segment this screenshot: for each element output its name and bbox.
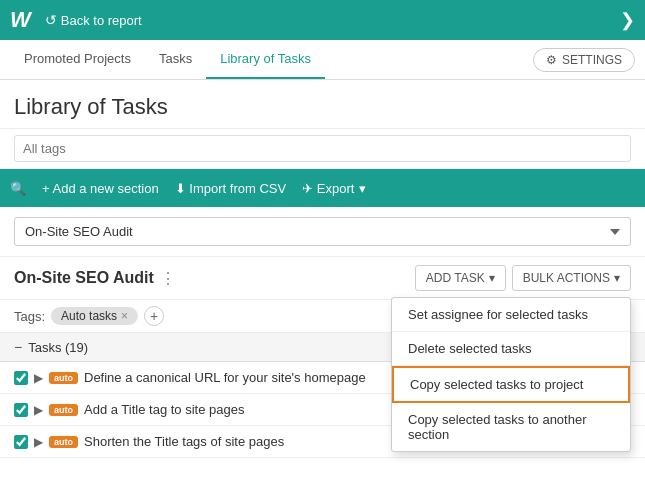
auto-badge-0: auto	[49, 372, 78, 384]
bulk-menu-item-1[interactable]: Delete selected tasks	[392, 332, 630, 366]
add-task-chevron-icon: ▾	[489, 271, 495, 285]
expand-task-icon-1[interactable]: ▶	[34, 403, 43, 417]
tags-label: Tags:	[14, 309, 45, 324]
auto-badge-1: auto	[49, 404, 78, 416]
collapse-tasks-icon[interactable]: −	[14, 339, 22, 355]
back-arrow-icon: ↺	[45, 12, 57, 28]
bulk-menu-item-0[interactable]: Set assignee for selected tasks	[392, 298, 630, 332]
tabs-list: Promoted Projects Tasks Library of Tasks	[10, 40, 325, 79]
tabs-bar: Promoted Projects Tasks Library of Tasks…	[0, 40, 645, 80]
bulk-menu-item-2[interactable]: Copy selected tasks to project	[392, 366, 630, 403]
section-selector-area: On-Site SEO Audit	[0, 207, 645, 257]
section-header: On-Site SEO Audit ⋮ ADD TASK ▾ BULK ACTI…	[0, 257, 645, 300]
app-header: W ↺ Back to report ❯	[0, 0, 645, 40]
add-task-button[interactable]: ADD TASK ▾	[415, 265, 506, 291]
section-select[interactable]: On-Site SEO Audit	[14, 217, 631, 246]
tasks-count: Tasks (19)	[28, 340, 88, 355]
settings-button[interactable]: ⚙ SETTINGS	[533, 48, 635, 72]
search-icon: 🔍	[10, 181, 26, 196]
bulk-actions-chevron-icon: ▾	[614, 271, 620, 285]
section-actions: ADD TASK ▾ BULK ACTIONS ▾ Set assignee f…	[415, 265, 631, 291]
back-to-report-link[interactable]: ↺ Back to report	[45, 12, 142, 28]
remove-tag-icon[interactable]: ×	[121, 309, 128, 323]
import-csv-label: ⬇ Import from CSV	[175, 181, 286, 196]
export-button[interactable]: ✈ Export ▾	[302, 181, 366, 196]
bulk-actions-dropdown: Set assignee for selected tasks Delete s…	[391, 297, 631, 452]
tab-library-of-tasks[interactable]: Library of Tasks	[206, 40, 325, 79]
chevron-down-icon: ▾	[359, 181, 366, 196]
expand-task-icon-0[interactable]: ▶	[34, 371, 43, 385]
auto-badge-2: auto	[49, 436, 78, 448]
import-csv-button[interactable]: ⬇ Import from CSV	[175, 181, 286, 196]
task-checkbox-2[interactable]	[14, 435, 28, 449]
tags-filter-input[interactable]	[14, 135, 631, 162]
task-checkbox-1[interactable]	[14, 403, 28, 417]
tags-filter-area	[0, 129, 645, 169]
export-label: ✈ Export	[302, 181, 354, 196]
page-title: Library of Tasks	[14, 94, 631, 120]
tab-tasks[interactable]: Tasks	[145, 40, 206, 79]
section-name: On-Site SEO Audit	[14, 269, 154, 287]
app-logo: W	[10, 7, 31, 33]
add-section-label: + Add a new section	[42, 181, 159, 196]
bulk-actions-button[interactable]: BULK ACTIONS ▾	[512, 265, 631, 291]
collapse-sidebar-icon[interactable]: ❯	[620, 9, 635, 31]
toolbar: 🔍 + Add a new section ⬇ Import from CSV …	[0, 169, 645, 207]
add-tag-button[interactable]: +	[144, 306, 164, 326]
task-checkbox-0[interactable]	[14, 371, 28, 385]
add-section-button[interactable]: + Add a new section	[42, 181, 159, 196]
section-more-icon[interactable]: ⋮	[160, 269, 176, 288]
search-button[interactable]: 🔍	[10, 181, 26, 196]
auto-tasks-tag: Auto tasks ×	[51, 307, 138, 325]
expand-task-icon-2[interactable]: ▶	[34, 435, 43, 449]
bulk-menu-item-3[interactable]: Copy selected tasks to another section	[392, 403, 630, 451]
tab-promoted-projects[interactable]: Promoted Projects	[10, 40, 145, 79]
back-link-label: Back to report	[61, 13, 142, 28]
page-title-area: Library of Tasks	[0, 80, 645, 129]
gear-icon: ⚙	[546, 53, 557, 67]
